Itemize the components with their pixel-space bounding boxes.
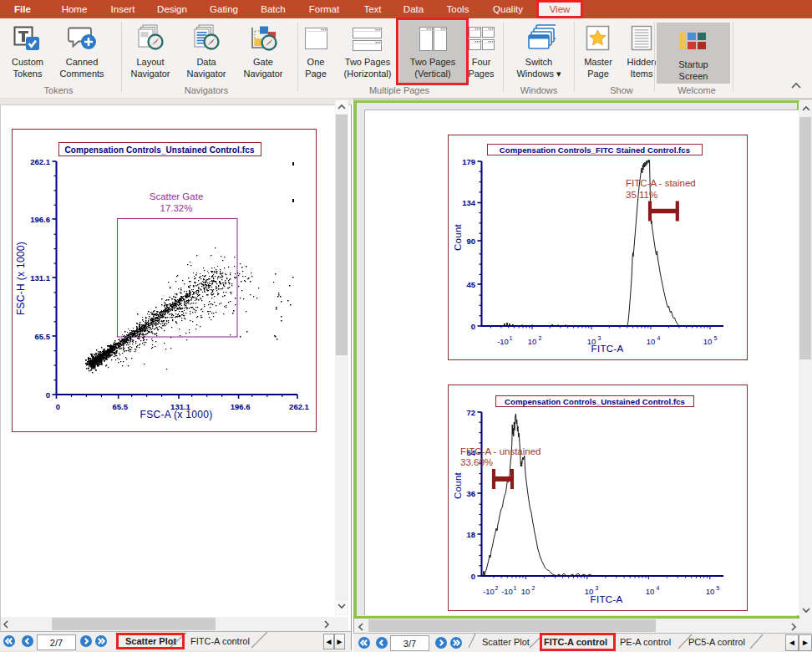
svg-text:65.5: 65.5 xyxy=(112,402,128,411)
svg-text:262.1: 262.1 xyxy=(289,402,309,411)
svg-text:18: 18 xyxy=(466,530,475,539)
svg-text:FITC-A - unstained: FITC-A - unstained xyxy=(460,446,541,456)
svg-text:10: 10 xyxy=(703,337,713,346)
svg-text:2: 2 xyxy=(539,335,542,341)
svg-text:3: 3 xyxy=(596,585,599,591)
svg-text:-10: -10 xyxy=(483,587,495,596)
svg-text:FITC-A: FITC-A xyxy=(591,344,624,354)
svg-text:179: 179 xyxy=(462,157,475,166)
svg-text:45: 45 xyxy=(466,280,475,289)
svg-text:10: 10 xyxy=(528,337,537,346)
svg-text:-10: -10 xyxy=(501,587,513,596)
svg-text:262.1: 262.1 xyxy=(30,157,50,166)
svg-text:Scatter Gate: Scatter Gate xyxy=(150,191,204,201)
svg-text:10: 10 xyxy=(646,587,655,596)
svg-text:Compensation Controls_Unstaine: Compensation Controls_Unstained Control.… xyxy=(505,397,685,406)
svg-text:10: 10 xyxy=(647,337,656,346)
svg-text:0: 0 xyxy=(471,572,475,581)
svg-text:Count: Count xyxy=(453,223,463,251)
svg-text:0: 0 xyxy=(46,390,50,400)
svg-text:FITC-A - stained: FITC-A - stained xyxy=(626,178,696,188)
svg-text:FSC-H (x 1000): FSC-H (x 1000) xyxy=(15,242,27,315)
svg-text:1: 1 xyxy=(514,585,517,591)
svg-text:Count: Count xyxy=(453,471,463,499)
svg-text:3: 3 xyxy=(598,335,601,341)
svg-text:Compensation Controls_Unstaine: Compensation Controls_Unstained Control.… xyxy=(64,145,254,155)
svg-text:Compensation Controls_FITC Sta: Compensation Controls_FITC Stained Contr… xyxy=(500,145,690,155)
svg-text:36: 36 xyxy=(466,489,475,498)
svg-text:2: 2 xyxy=(532,585,535,591)
svg-text:0: 0 xyxy=(56,402,60,411)
svg-text:35.11%: 35.11% xyxy=(626,190,657,200)
svg-text:196.6: 196.6 xyxy=(231,402,251,411)
svg-text:4: 4 xyxy=(657,585,660,591)
svg-text:0: 0 xyxy=(471,322,475,331)
svg-text:-10: -10 xyxy=(497,337,509,346)
svg-text:10: 10 xyxy=(706,587,715,596)
svg-text:33.60%: 33.60% xyxy=(460,457,493,467)
svg-text:10: 10 xyxy=(521,587,530,596)
svg-text:5: 5 xyxy=(717,585,720,591)
svg-text:72: 72 xyxy=(466,408,475,417)
svg-text:2: 2 xyxy=(495,585,499,591)
svg-text:17.32%: 17.32% xyxy=(160,203,192,213)
svg-text:FSC-A (x 1000): FSC-A (x 1000) xyxy=(140,409,213,420)
svg-text:65.5: 65.5 xyxy=(35,332,51,341)
svg-text:90: 90 xyxy=(466,237,475,246)
svg-text:1: 1 xyxy=(510,335,513,341)
svg-text:134: 134 xyxy=(462,198,476,207)
svg-text:4: 4 xyxy=(657,335,661,341)
svg-text:131.1: 131.1 xyxy=(30,273,50,283)
svg-text:5: 5 xyxy=(714,335,718,341)
svg-text:196.6: 196.6 xyxy=(30,215,50,224)
svg-text:FITC-A: FITC-A xyxy=(591,594,623,604)
